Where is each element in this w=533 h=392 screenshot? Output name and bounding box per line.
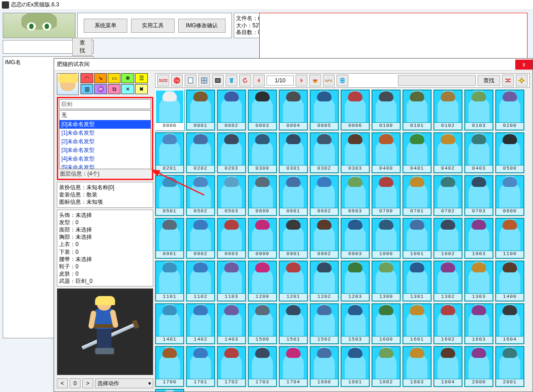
list-item[interactable]: [5]未命名发型 xyxy=(60,163,151,169)
list-item[interactable]: [3]未命名发型 xyxy=(60,146,151,155)
item-tile[interactable]: 0901 xyxy=(279,218,308,259)
item-tile[interactable]: 1501 xyxy=(279,303,308,344)
item-tile[interactable]: 2001 xyxy=(495,346,524,387)
item-tile[interactable]: 0802 xyxy=(186,218,215,259)
gear-icon[interactable] xyxy=(516,75,528,86)
hair-style-listbox[interactable]: 无 [0]未命名发型[1]未命名发型[2]未命名发型[3]未命名发型[4]未命名… xyxy=(59,110,151,169)
list-item[interactable]: [0]未命名发型 xyxy=(60,120,151,129)
slot-button-10[interactable]: ✖ xyxy=(135,84,148,94)
item-tile[interactable]: 0903 xyxy=(341,218,370,259)
next-frame-button[interactable]: > xyxy=(82,378,93,388)
item-tile[interactable]: 1401 xyxy=(155,303,184,344)
slot-button-9[interactable]: ✕ xyxy=(121,84,134,94)
item-tile[interactable]: 0300 xyxy=(248,132,277,173)
item-tile[interactable]: 1700 xyxy=(155,346,184,387)
item-tile[interactable]: 1102 xyxy=(186,261,215,302)
slot-button-2[interactable]: ➘ xyxy=(94,73,107,83)
item-tile[interactable]: 2002 xyxy=(155,389,184,392)
item-tile[interactable]: 1803 xyxy=(402,346,432,387)
action-select[interactable]: 选择动作▾ xyxy=(95,378,153,388)
item-tile[interactable]: 0100 xyxy=(372,90,401,131)
item-tile[interactable]: 0701 xyxy=(402,175,432,216)
item-tile[interactable]: 0801 xyxy=(155,218,184,259)
slot-button-7[interactable]: ♒ xyxy=(94,84,107,94)
slot-button-4[interactable]: ❋ xyxy=(121,73,134,83)
item-tile[interactable]: 0702 xyxy=(433,175,463,216)
item-tile[interactable]: 0202 xyxy=(186,132,215,173)
size-icon[interactable]: SIZE xyxy=(157,75,169,86)
item-tile[interactable]: 0603 xyxy=(341,175,370,216)
item-tile[interactable]: 1101 xyxy=(155,261,184,302)
item-tile[interactable]: 0302 xyxy=(310,132,339,173)
grid-search-input[interactable] xyxy=(398,75,476,86)
item-tile[interactable]: 0401 xyxy=(402,132,432,173)
item-tile[interactable]: 1701 xyxy=(186,346,215,387)
item-tile[interactable]: 0803 xyxy=(217,218,246,259)
list-option-none[interactable]: 无 xyxy=(60,111,151,120)
slot-button-5[interactable]: ☰ xyxy=(135,73,148,83)
item-tile[interactable]: 1301 xyxy=(402,261,432,302)
item-tile[interactable]: 0001 xyxy=(186,90,215,131)
grid-icon[interactable] xyxy=(198,75,210,86)
item-tile[interactable]: 0600 xyxy=(248,175,277,216)
slot-button-8[interactable]: ⧉ xyxy=(108,84,121,94)
item-tile[interactable]: 0700 xyxy=(372,175,401,216)
item-tile[interactable]: 0703 xyxy=(464,175,493,216)
weapon-type-combo[interactable] xyxy=(59,99,151,109)
item-tile[interactable]: 2000 xyxy=(464,346,493,387)
item-tile[interactable]: 1100 xyxy=(495,218,524,259)
item-tile[interactable]: 1600 xyxy=(372,303,401,344)
item-tile[interactable]: 0501 xyxy=(155,175,184,216)
item-tile[interactable]: 1000 xyxy=(372,218,401,259)
item-tile[interactable]: 1601 xyxy=(402,303,432,344)
page-fwd-button[interactable] xyxy=(296,75,307,86)
list-item[interactable]: [1]未命名发型 xyxy=(60,129,151,137)
item-tile[interactable]: 1103 xyxy=(217,261,246,302)
item-tile[interactable]: 0800 xyxy=(495,175,524,216)
item-tile[interactable]: 1702 xyxy=(217,346,246,387)
item-tile[interactable]: 0200 xyxy=(495,90,524,131)
item-tile[interactable]: 1801 xyxy=(341,346,370,387)
item-tile[interactable]: 0303 xyxy=(341,132,370,173)
item-tile[interactable]: 0201 xyxy=(155,132,184,173)
grid-search-button[interactable]: 查找 xyxy=(478,75,500,86)
character-thumb[interactable] xyxy=(57,73,79,95)
doc-icon[interactable] xyxy=(185,75,196,86)
item-tile[interactable]: 1802 xyxy=(372,346,401,387)
item-tile[interactable]: 1003 xyxy=(464,218,493,259)
main-search-button[interactable]: 查找 xyxy=(72,38,92,56)
item-grid-scroll[interactable]: 0000000100020003000400050006010001010102… xyxy=(155,90,530,392)
item-tile[interactable]: 0004 xyxy=(279,90,308,131)
item-tile[interactable]: 0301 xyxy=(279,132,308,173)
item-tile[interactable]: 1604 xyxy=(495,303,524,344)
list-item[interactable]: [4]未命名发型 xyxy=(60,155,151,163)
main-search-input[interactable] xyxy=(4,41,72,52)
shuffle-icon[interactable] xyxy=(502,75,514,86)
item-tile[interactable]: 1002 xyxy=(433,218,463,259)
item-tile[interactable]: 1500 xyxy=(248,303,277,344)
item-tile[interactable]: 0203 xyxy=(217,132,246,173)
item-tile[interactable]: 0402 xyxy=(433,132,463,173)
item-tile[interactable]: 1203 xyxy=(341,261,370,302)
item-tile[interactable]: 1200 xyxy=(248,261,277,302)
item-tile[interactable]: 0101 xyxy=(402,90,432,131)
item-tile[interactable]: 0103 xyxy=(464,90,493,131)
item-tile[interactable]: 1201 xyxy=(279,261,308,302)
item-tile[interactable]: 0400 xyxy=(372,132,401,173)
item-tile[interactable]: 0403 xyxy=(464,132,493,173)
item-tile[interactable]: 0902 xyxy=(310,218,339,259)
item-tile[interactable]: 1403 xyxy=(217,303,246,344)
item-tile[interactable]: 0003 xyxy=(248,90,277,131)
list-item[interactable]: [2]未命名发型 xyxy=(60,137,151,146)
prev-frame-button[interactable]: < xyxy=(57,378,68,388)
item-tile[interactable]: 1703 xyxy=(248,346,277,387)
tn-icon[interactable]: TN xyxy=(171,75,183,86)
item-tile[interactable]: 1202 xyxy=(310,261,339,302)
item-tile[interactable]: 1800 xyxy=(310,346,339,387)
img-confirm-button[interactable]: IMG修改确认 xyxy=(178,19,226,33)
item-tile[interactable]: 0005 xyxy=(310,90,339,131)
item-tile[interactable]: 0500 xyxy=(495,132,524,173)
item-tile[interactable]: 0006 xyxy=(341,90,370,131)
item-tile[interactable]: 0503 xyxy=(217,175,246,216)
page-back-button[interactable] xyxy=(253,75,265,86)
